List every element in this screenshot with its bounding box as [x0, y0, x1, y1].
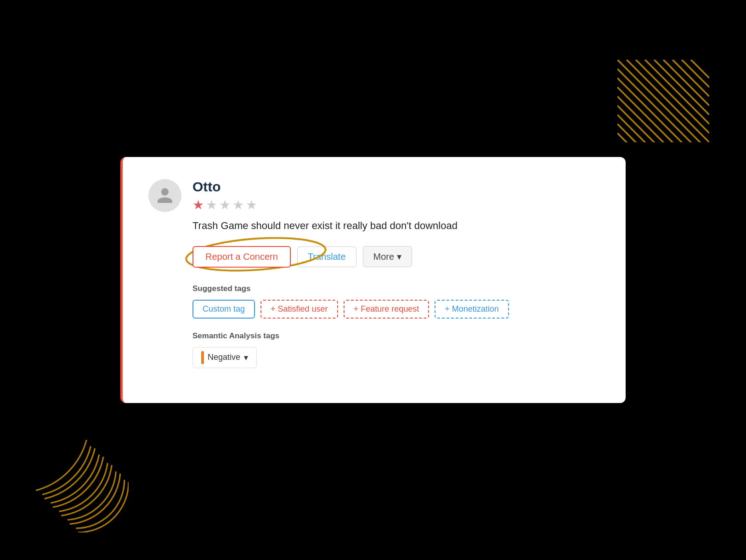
svg-line-6	[636, 60, 709, 133]
review-info: Otto ★ ★ ★ ★ ★ Trash Game should never e…	[192, 179, 600, 368]
svg-line-0	[691, 60, 709, 78]
svg-line-13	[617, 106, 659, 142]
star-3: ★	[219, 197, 231, 213]
review-card: Otto ★ ★ ★ ★ ★ Trash Game should never e…	[120, 157, 626, 403]
satisfied-user-tag-button[interactable]: + Satisfied user	[260, 300, 338, 319]
action-buttons-row: Report a Concern Translate More ▾	[192, 246, 600, 268]
review-text: Trash Game should never exist it really …	[192, 219, 600, 233]
suggested-tags-label: Suggested tags	[192, 284, 600, 293]
negative-chevron-icon: ▾	[244, 353, 248, 363]
review-header: Otto ★ ★ ★ ★ ★ Trash Game should never e…	[148, 179, 600, 368]
decorative-lines-top-right	[617, 60, 709, 142]
star-5: ★	[246, 197, 257, 213]
svg-line-2	[673, 60, 709, 96]
decorative-circle-bottom-left	[28, 431, 129, 532]
negative-label: Negative	[208, 353, 240, 362]
negative-color-bar	[201, 351, 204, 364]
user-avatar-icon	[156, 186, 174, 205]
svg-line-8	[617, 60, 705, 142]
svg-line-12	[617, 96, 668, 142]
svg-line-4	[654, 60, 709, 115]
translate-button[interactable]: Translate	[297, 246, 356, 267]
svg-line-15	[617, 124, 640, 142]
svg-line-9	[617, 69, 695, 142]
tags-row: Custom tag + Satisfied user + Feature re…	[192, 300, 600, 319]
more-label: More	[373, 252, 395, 262]
negative-tag-button[interactable]: Negative ▾	[192, 347, 257, 368]
reviewer-name: Otto	[192, 179, 600, 195]
feature-request-tag-label: + Feature request	[354, 304, 419, 314]
star-2: ★	[206, 197, 217, 213]
svg-line-5	[645, 60, 709, 124]
svg-line-10	[617, 78, 686, 142]
svg-line-3	[663, 60, 709, 106]
monetization-tag-label: + Monetization	[445, 304, 499, 314]
svg-line-7	[627, 60, 709, 142]
star-4: ★	[232, 197, 244, 213]
satisfied-user-tag-label: + Satisfied user	[271, 304, 328, 314]
semantic-tags-section: Semantic Analysis tags Negative ▾	[192, 331, 600, 368]
svg-line-1	[682, 60, 709, 87]
svg-line-14	[617, 115, 650, 142]
svg-line-11	[617, 87, 677, 142]
svg-line-16	[617, 133, 631, 142]
report-concern-button[interactable]: Report a Concern	[192, 246, 291, 268]
more-button[interactable]: More ▾	[363, 246, 413, 267]
avatar	[148, 179, 181, 212]
suggested-tags-section: Suggested tags Custom tag + Satisfied us…	[192, 284, 600, 319]
feature-request-tag-button[interactable]: + Feature request	[344, 300, 430, 319]
more-chevron-icon: ▾	[397, 251, 401, 262]
custom-tag-button[interactable]: Custom tag	[192, 300, 255, 319]
star-1: ★	[192, 197, 204, 213]
custom-tag-label: Custom tag	[203, 304, 245, 314]
star-rating: ★ ★ ★ ★ ★	[192, 197, 600, 213]
semantic-tags-label: Semantic Analysis tags	[192, 331, 600, 341]
monetization-tag-button[interactable]: + Monetization	[435, 300, 509, 319]
